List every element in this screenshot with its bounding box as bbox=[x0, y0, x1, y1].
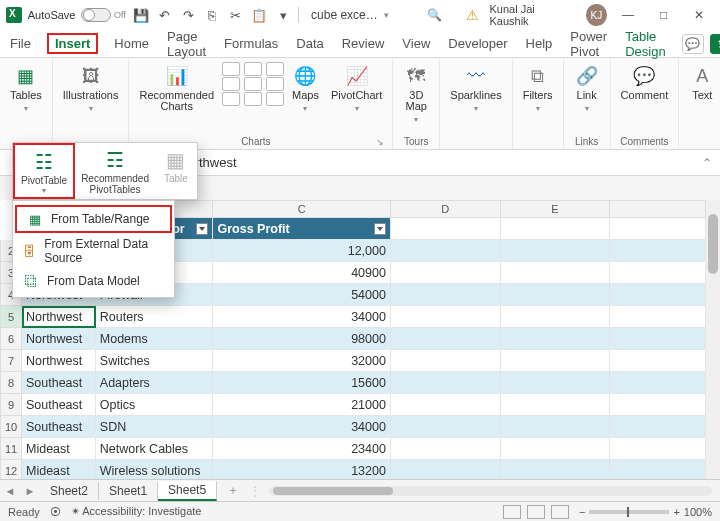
cell[interactable] bbox=[501, 218, 611, 240]
sheet-tab[interactable]: Sheet2 bbox=[40, 482, 99, 500]
macro-record-icon[interactable]: ⦿ bbox=[50, 506, 61, 518]
cell[interactable]: 34000 bbox=[213, 306, 390, 328]
copy-icon[interactable]: ⎘ bbox=[203, 6, 221, 24]
cell[interactable] bbox=[501, 328, 611, 350]
menu-from-external-data[interactable]: 🗄 From External Data Source bbox=[13, 233, 174, 269]
close-button[interactable]: ✕ bbox=[684, 0, 714, 30]
menu-from-data-model[interactable]: ⿻ From Data Model bbox=[13, 269, 174, 293]
cell[interactable]: 21000 bbox=[213, 394, 390, 416]
maximize-button[interactable]: □ bbox=[649, 0, 679, 30]
sheet-nav-prev-icon[interactable]: ◄ bbox=[0, 485, 20, 497]
accessibility-status[interactable]: ✴ Accessibility: Investigate bbox=[71, 505, 202, 518]
redo-icon[interactable]: ↷ bbox=[179, 6, 197, 24]
cell[interactable] bbox=[610, 284, 706, 306]
cell[interactable] bbox=[610, 350, 706, 372]
row-header[interactable]: 10 bbox=[0, 416, 22, 438]
view-normal-icon[interactable] bbox=[503, 505, 521, 519]
search-icon[interactable]: 🔍 bbox=[425, 5, 445, 25]
cell[interactable]: 23400 bbox=[213, 438, 390, 460]
row-header[interactable]: 11 bbox=[0, 438, 22, 460]
cell[interactable] bbox=[610, 438, 706, 460]
account-avatar[interactable]: KJ bbox=[586, 4, 608, 26]
cell[interactable]: Modems bbox=[96, 328, 214, 350]
tab-formulas[interactable]: Formulas bbox=[222, 34, 280, 53]
pivotchart-button[interactable]: 📈PivotChart▾ bbox=[327, 62, 386, 116]
cell[interactable]: 12,000 bbox=[213, 240, 390, 262]
illustrations-button[interactable]: 🖼Illustrations▾ bbox=[59, 62, 123, 116]
paste-icon[interactable]: 📋 bbox=[251, 6, 269, 24]
cell[interactable]: SDN bbox=[96, 416, 214, 438]
scrollbar-thumb[interactable] bbox=[273, 487, 393, 495]
tab-insert[interactable]: Insert bbox=[47, 33, 98, 54]
cell[interactable] bbox=[610, 416, 706, 438]
tab-data[interactable]: Data bbox=[294, 34, 325, 53]
cell[interactable] bbox=[391, 394, 501, 416]
filter-dropdown-icon[interactable] bbox=[374, 223, 386, 235]
row-header[interactable]: 6 bbox=[0, 328, 22, 350]
tab-developer[interactable]: Developer bbox=[446, 34, 509, 53]
zoom-slider[interactable] bbox=[589, 510, 669, 514]
cell[interactable]: 15600 bbox=[213, 372, 390, 394]
comment-button[interactable]: 💬Comment bbox=[617, 62, 673, 103]
menu-from-table-range[interactable]: ▦ From Table/Range bbox=[15, 205, 172, 233]
autosave-toggle[interactable] bbox=[81, 8, 111, 22]
cell[interactable]: Southeast bbox=[22, 372, 96, 394]
sheet-tab[interactable]: Sheet1 bbox=[99, 482, 158, 500]
cell[interactable] bbox=[501, 416, 611, 438]
header-gross-profit[interactable]: Gross Profit bbox=[213, 218, 390, 240]
col-header-blank[interactable] bbox=[610, 200, 706, 218]
cell[interactable] bbox=[391, 240, 501, 262]
cell[interactable] bbox=[501, 306, 611, 328]
chart-type-column-icon[interactable] bbox=[222, 62, 240, 76]
cell[interactable]: 98000 bbox=[213, 328, 390, 350]
cell[interactable]: Southeast bbox=[22, 416, 96, 438]
cell[interactable] bbox=[501, 350, 611, 372]
cell[interactable] bbox=[610, 240, 706, 262]
cell[interactable] bbox=[501, 372, 611, 394]
filter-dropdown-icon[interactable] bbox=[196, 223, 208, 235]
chart-type-combo-icon[interactable] bbox=[244, 92, 262, 106]
cell[interactable] bbox=[391, 306, 501, 328]
cell[interactable] bbox=[501, 438, 611, 460]
tab-review[interactable]: Review bbox=[340, 34, 387, 53]
charts-dialog-launcher-icon[interactable]: ↘ bbox=[376, 137, 384, 147]
warning-icon[interactable]: ⚠ bbox=[466, 7, 479, 23]
zoom-level[interactable]: 100% bbox=[684, 506, 712, 518]
cell[interactable] bbox=[391, 328, 501, 350]
cell[interactable] bbox=[391, 218, 501, 240]
zoom-out-button[interactable]: − bbox=[579, 506, 585, 518]
cell[interactable] bbox=[391, 372, 501, 394]
row-header[interactable]: 5 bbox=[0, 306, 22, 328]
cell[interactable]: Switches bbox=[96, 350, 214, 372]
cell[interactable]: Northwest bbox=[22, 328, 96, 350]
tab-page-layout[interactable]: Page Layout bbox=[165, 27, 208, 61]
cell[interactable]: Optics bbox=[96, 394, 214, 416]
cell[interactable] bbox=[501, 262, 611, 284]
cell[interactable] bbox=[610, 372, 706, 394]
pivottable-button[interactable]: ☷ PivotTable ▾ bbox=[13, 143, 75, 199]
row-header[interactable]: 7 bbox=[0, 350, 22, 372]
view-page-break-icon[interactable] bbox=[551, 505, 569, 519]
zoom-in-button[interactable]: + bbox=[673, 506, 679, 518]
cell[interactable]: Network Cables bbox=[96, 438, 214, 460]
cell[interactable] bbox=[391, 262, 501, 284]
tab-power-pivot[interactable]: Power Pivot bbox=[568, 27, 609, 61]
vertical-scrollbar[interactable] bbox=[706, 200, 720, 481]
link-button[interactable]: 🔗Link▾ bbox=[570, 62, 604, 116]
cell[interactable] bbox=[391, 438, 501, 460]
sparklines-button[interactable]: 〰Sparklines▾ bbox=[446, 62, 505, 116]
tables-button[interactable]: ▦Tables▾ bbox=[6, 62, 46, 116]
account-name[interactable]: Kunal Jai Kaushik bbox=[489, 3, 575, 27]
chart-type-scatter-icon[interactable] bbox=[222, 92, 240, 106]
col-header-e[interactable]: E bbox=[501, 200, 611, 218]
tab-table-design[interactable]: Table Design bbox=[623, 27, 667, 61]
qat-dropdown-icon[interactable]: ▾ bbox=[274, 6, 292, 24]
cell[interactable] bbox=[610, 394, 706, 416]
new-sheet-button[interactable]: ＋ bbox=[217, 482, 249, 499]
filters-button[interactable]: ⧉Filters▾ bbox=[519, 62, 557, 116]
cell[interactable] bbox=[391, 350, 501, 372]
cell[interactable]: Northwest bbox=[22, 306, 96, 328]
sheet-nav-next-icon[interactable]: ► bbox=[20, 485, 40, 497]
cell[interactable] bbox=[501, 240, 611, 262]
chart-type-map-icon[interactable] bbox=[266, 77, 284, 91]
